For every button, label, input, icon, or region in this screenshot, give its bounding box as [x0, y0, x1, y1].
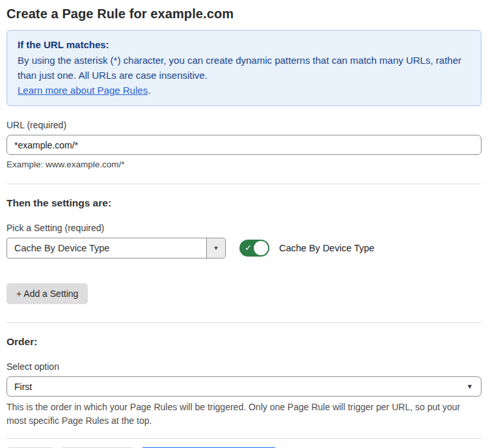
chevron-down-icon: ▼ [467, 384, 473, 390]
info-box-link-line: Learn more about Page Rules. [18, 83, 470, 98]
order-section-heading: Order: [7, 336, 481, 348]
setting-row: Cache By Device Type ▼ ✓ Cache By Device… [7, 238, 481, 259]
check-icon: ✓ [245, 243, 252, 253]
info-box-body: By using the asterisk (*) character, you… [18, 53, 470, 83]
pick-setting-label: Pick a Setting (required) [7, 223, 481, 233]
info-box-heading: If the URL matches: [18, 37, 470, 52]
order-help-text: This is the order in which your Page Rul… [7, 400, 481, 428]
divider-footer [7, 438, 481, 439]
url-example-text: Example: www.example.com/* [7, 160, 481, 169]
url-field-label: URL (required) [7, 120, 481, 130]
chevron-down-icon: ▼ [213, 245, 219, 251]
toggle-label: Cache By Device Type [279, 243, 374, 253]
order-select-dropdown[interactable]: First ▼ [7, 376, 481, 397]
toggle-knob [254, 241, 268, 255]
learn-more-link[interactable]: Learn more about Page Rules [18, 85, 148, 96]
url-match-info-box: If the URL matches: By using the asteris… [7, 30, 481, 106]
order-select-label: Select option [7, 361, 481, 372]
cache-device-type-toggle[interactable]: ✓ [239, 240, 269, 257]
link-suffix: . [148, 85, 150, 96]
add-setting-button[interactable]: + Add a Setting [7, 283, 88, 304]
setting-picker-arrow-button[interactable]: ▼ [206, 238, 225, 258]
divider-order [7, 322, 481, 323]
url-input[interactable] [7, 135, 481, 155]
settings-section-heading: Then the settings are: [7, 197, 481, 209]
setting-picker-value: Cache By Device Type [7, 238, 206, 258]
page-rule-form: Create a Page Rule for example.com If th… [0, 0, 488, 448]
page-title: Create a Page Rule for example.com [7, 7, 481, 21]
setting-picker-dropdown[interactable]: Cache By Device Type ▼ [7, 238, 226, 259]
order-select-value: First [14, 382, 467, 392]
divider-settings [7, 184, 481, 184]
